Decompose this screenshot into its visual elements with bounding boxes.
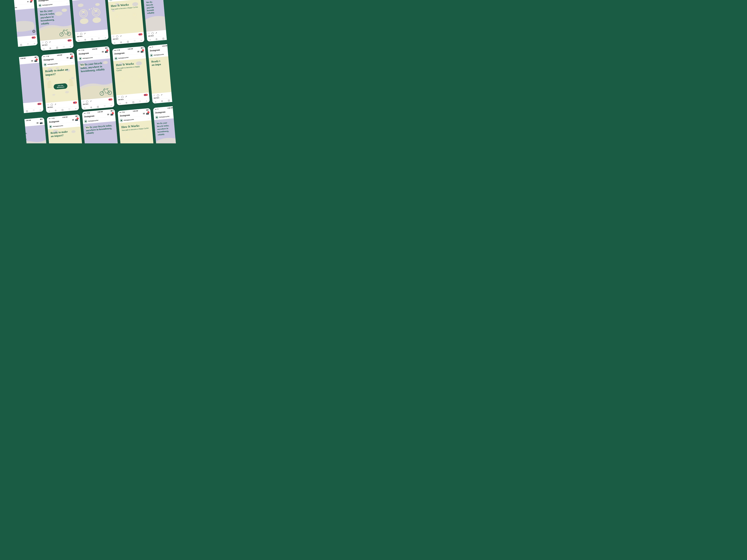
svg-point-93 bbox=[134, 136, 135, 137]
phone-how-it-works: ●●●○ ✈ ))) 2:50 AM Instagram ✉ 📷 3 ✓ the… bbox=[107, 0, 145, 45]
bike-center bbox=[99, 86, 112, 96]
svg-point-43 bbox=[174, 24, 178, 27]
join-btn-partial[interactable]: Join t bbox=[176, 86, 184, 90]
svg-point-1 bbox=[61, 8, 67, 12]
phone-how-row3: ●●○ ✈ ))) 2:50 AM Instagram ✉📷3 ✓ thehap… bbox=[118, 108, 155, 143]
nav-home[interactable]: ⌂ bbox=[7, 45, 9, 47]
share-icon[interactable]: ↗ bbox=[120, 35, 122, 37]
nav-search[interactable]: ⊙ bbox=[49, 47, 51, 49]
impact-headline: Ready to make an impact? bbox=[45, 67, 74, 77]
post-image-row3-left: We fix yourbicycle today,anywhere inluxe… bbox=[12, 125, 47, 143]
svg-point-68 bbox=[130, 76, 132, 77]
phone-partial-right-1: ●●●○ ✈ 2:50 AM Instagram ✉📷3 ✓ thehappyc… bbox=[143, 0, 180, 42]
nav-heart[interactable]: ♡ bbox=[63, 46, 65, 48]
svg-point-49 bbox=[65, 91, 69, 94]
like-icon[interactable]: ♡ bbox=[6, 38, 8, 41]
post-image-bicycle-row3: We fix your bicycle today, anywhere in l… bbox=[83, 121, 119, 143]
nav-search[interactable]: ⊙ bbox=[84, 38, 86, 41]
nav-camera[interactable]: ◫ bbox=[56, 46, 58, 49]
comment-icon[interactable]: ◯ bbox=[45, 41, 48, 44]
svg-point-22 bbox=[91, 8, 92, 9]
phone-partial-left-2: ●●○ ✈ 2:50 AM Instagram ✉📷3 yourtoday,er… bbox=[6, 55, 44, 114]
share-icon[interactable]: ↗ bbox=[84, 32, 86, 35]
signal-area: ●●○ ✈ ))) bbox=[3, 0, 11, 1]
like-icon[interactable]: ♡ bbox=[112, 35, 114, 38]
ig-logo: Instagram bbox=[38, 0, 49, 2]
gears-illustration bbox=[75, 0, 105, 30]
post-image-partial-row3: We fix yourbicycle today,anywhere inluxe… bbox=[154, 117, 189, 143]
svg-point-0 bbox=[4, 15, 10, 19]
post-image-bicycle-main: We fix yourbicycle today,anywhere inluxe… bbox=[37, 5, 73, 41]
svg-point-12 bbox=[92, 17, 101, 23]
post-image-impact-partial: Ready tan impa Join t bbox=[149, 55, 184, 94]
svg-point-9 bbox=[95, 3, 100, 6]
svg-point-24 bbox=[132, 2, 138, 6]
nav-search[interactable]: ⊙ bbox=[120, 41, 122, 44]
svg-point-50 bbox=[52, 94, 55, 96]
svg-point-95 bbox=[137, 135, 138, 136]
phone-partial-right-2: ●●○ ✈ 2:50 AM Instagram ✉📷3 ✓ thehappycy… bbox=[148, 43, 185, 104]
nav-camera[interactable]: ◫ bbox=[127, 40, 129, 43]
svg-point-92 bbox=[125, 139, 130, 142]
nav-heart[interactable]: ♡ bbox=[27, 43, 29, 45]
like-icon[interactable]: ♡ bbox=[77, 33, 79, 35]
svg-point-66 bbox=[120, 80, 125, 83]
ig-logo: Instagram bbox=[3, 2, 13, 5]
share-icon[interactable]: ↗ bbox=[49, 41, 51, 43]
svg-point-34 bbox=[125, 15, 126, 16]
post-image-how-2: How It Works Your path to become a Happy… bbox=[113, 58, 149, 95]
nav-home[interactable]: ⌂ bbox=[78, 39, 79, 42]
nav-home[interactable]: ⌂ bbox=[114, 42, 115, 44]
nav-heart[interactable]: ♡ bbox=[134, 40, 136, 42]
nav-home[interactable]: ⌂ bbox=[43, 48, 45, 50]
nav-profile[interactable]: ○ bbox=[34, 42, 35, 45]
svg-point-32 bbox=[115, 19, 120, 21]
post-headline: Works bbox=[4, 13, 10, 16]
comment-icon[interactable]: ◯ bbox=[9, 38, 12, 41]
post-menu[interactable]: ··· bbox=[66, 2, 68, 4]
comment-icon[interactable]: ◯ bbox=[116, 35, 119, 37]
svg-point-10 bbox=[78, 3, 83, 7]
svg-point-11 bbox=[80, 18, 88, 24]
phone-bicycle-1: ●●○○ ✈ ))) 2:50 AM Instagram ✉ 📷 3 ✓ bbox=[36, 0, 74, 51]
follower-badge: 👤5 bbox=[138, 33, 143, 35]
bike-partial bbox=[167, 20, 178, 28]
post-menu[interactable]: ··· bbox=[31, 5, 33, 7]
follower-badge: 👤5 bbox=[31, 36, 35, 38]
follower-badge: 👤5 bbox=[68, 39, 72, 42]
phone-partial-left-3: ●●○ ✈ 2:50 AM Instagram ✉📷 We fix yourbi… bbox=[11, 117, 48, 143]
svg-point-35 bbox=[127, 14, 128, 16]
direct-icon[interactable]: ✉ bbox=[27, 1, 29, 3]
bike-small: 🚲 bbox=[10, 97, 16, 102]
nav-profile[interactable]: ○ bbox=[105, 36, 106, 39]
post-image-partial-left-2: yourtoday,ere inourg, 🚲 bbox=[6, 63, 43, 104]
phone-gears-top: ●●○○ ✈ ))) 2:50 AM Instagram ✉ 📷 3 ✓ the… bbox=[71, 0, 109, 42]
chain-dots bbox=[123, 11, 128, 21]
nav-camera[interactable]: ◫ bbox=[91, 38, 93, 40]
phone-ready-impact-2: ●●○○ ✈ ))) 2:50 AM Instagram ✉📷3 ✓ theha… bbox=[47, 114, 84, 143]
svg-point-41 bbox=[132, 17, 137, 20]
phone-how-it-works-2: ●●●○ ✈ ))) 2:50 AM Instagram ✉📷3 ✓ theha… bbox=[112, 46, 150, 105]
left-hand bbox=[46, 78, 54, 90]
post-image-how-row3: How It Works Your path to become a Happy… bbox=[119, 121, 154, 143]
nav-heart[interactable]: ♡ bbox=[98, 37, 100, 40]
comment-icon[interactable]: ◯ bbox=[80, 32, 82, 35]
nav-profile[interactable]: ○ bbox=[140, 39, 142, 42]
nav-search[interactable]: ⊙ bbox=[13, 44, 15, 47]
phone-partial-right-3: ●●○ ✈ 2:50 AM Instagram ✉📷3 ✓ thehappycy… bbox=[153, 105, 190, 143]
nav-camera[interactable]: ◫ bbox=[20, 44, 22, 46]
post-image-bicycle: Works to becomecyclist ⚙ bbox=[2, 8, 37, 38]
share-icon[interactable]: ↗ bbox=[13, 38, 15, 41]
post-headline: We fix yourbicycle today,anywhere inluxe… bbox=[40, 9, 55, 25]
svg-point-69 bbox=[132, 76, 133, 77]
post-image-partial-right: We fixbicycleanywheluxembreliably bbox=[144, 0, 179, 32]
username-label: thehappycyclist bbox=[7, 7, 17, 9]
svg-point-42 bbox=[168, 24, 171, 28]
svg-point-33 bbox=[124, 15, 125, 17]
post-image-ready-2: Ready to makean impact? bbox=[48, 127, 83, 143]
join-movement-button[interactable]: Join the Movement bbox=[53, 83, 68, 90]
nav-profile[interactable]: ○ bbox=[70, 45, 71, 48]
like-icon[interactable]: ♡ bbox=[42, 42, 44, 44]
post-headline-partial: We fixbicycleanywheluxembreliably bbox=[146, 1, 154, 14]
svg-point-75 bbox=[137, 78, 143, 81]
